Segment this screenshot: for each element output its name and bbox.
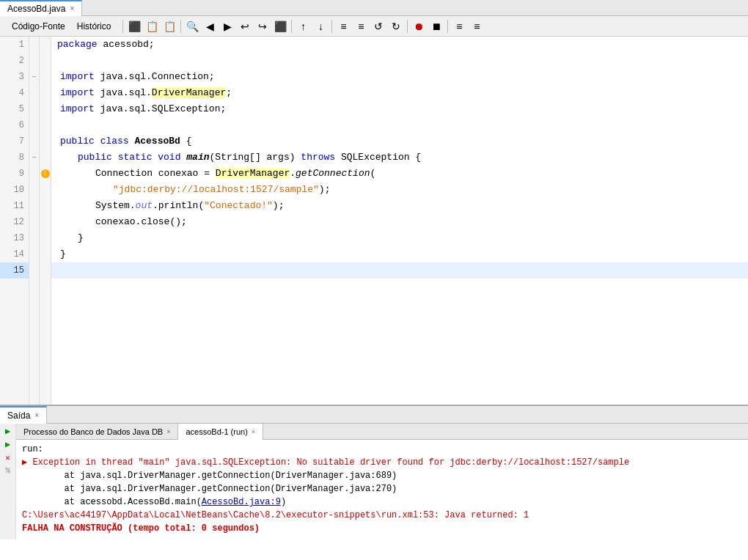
drivermanager-highlight: DriverManager [216, 168, 290, 179]
inner-tab-run-close[interactable]: × [252, 428, 255, 435]
gutter-9[interactable]: ! [40, 166, 51, 182]
output-exception-line: ▶ Exception in thread "main" java.sql.SQ… [22, 456, 742, 469]
line-num-13: 13 [0, 230, 29, 246]
toolbar-separator-6 [447, 20, 448, 33]
toolbar-btn-4[interactable]: 🔍 [184, 18, 200, 34]
output-left-gutter: ▶ ▶ ✕ % [0, 424, 16, 539]
toolbar-btn-15[interactable]: ↻ [388, 18, 404, 34]
run-play-icon-2[interactable]: ▶ [2, 438, 14, 450]
line-num-3: 3 [0, 69, 29, 85]
gutter-12 [40, 214, 51, 230]
warning-icon: ! [41, 169, 50, 178]
exception-text: Exception in thread "main" java.sql.SQLE… [32, 457, 629, 468]
toolbar-btn-3[interactable]: 📋 [161, 18, 177, 34]
run-play-icon[interactable]: ▶ [2, 425, 14, 437]
menu-codigo-fonte[interactable]: Código-Fonte [9, 20, 68, 33]
toolbar-separator-2 [180, 20, 181, 33]
toolbar-btn-16[interactable]: ≡ [451, 18, 467, 34]
fold-3[interactable]: − [29, 69, 39, 85]
toolbar-btn-11[interactable]: ↓ [312, 18, 329, 34]
toolbar-btn-1[interactable]: ⬛ [126, 18, 142, 34]
throws-keyword: throws [301, 152, 335, 163]
toolbar-btn-12[interactable]: ≡ [335, 18, 351, 34]
inner-tab-java-db-close[interactable]: × [166, 428, 170, 435]
code-line-8: public static void main(String[] args) t… [51, 150, 748, 166]
toolbar-btn-5[interactable]: ◀ [202, 18, 218, 34]
toolbar-menu: Código-Fonte Histórico [3, 16, 120, 36]
line-num-2: 2 [0, 53, 29, 69]
line-num-12: 12 [0, 214, 29, 230]
output-panel: Saída × ▶ ▶ ✕ % Processo do Banco de Dad… [0, 405, 748, 539]
output-text-area: Processo do Banco de Dados Java DB × ace… [16, 424, 748, 539]
fold-9 [29, 166, 39, 182]
gutter-3 [40, 69, 51, 85]
toolbar-btn-7[interactable]: ↩ [237, 18, 253, 34]
gutter-7 [40, 133, 51, 150]
inner-tab-run[interactable]: acessoBd-1 (run) × [178, 424, 263, 440]
code-line-2 [51, 53, 748, 69]
toolbar-separator-4 [331, 20, 332, 33]
exception-expand-icon[interactable]: ▶ [22, 457, 32, 468]
fold-11 [29, 198, 39, 214]
output-tab-saida-close[interactable]: × [34, 411, 39, 419]
output-tab-saida[interactable]: Saída × [0, 406, 47, 424]
code-line-3: import java.sql.Connection; [51, 69, 748, 85]
code-line-6 [51, 117, 748, 133]
output-run-label: run: [22, 443, 742, 456]
line-num-14: 14 [0, 246, 29, 262]
stacktrace-link[interactable]: AcessoBd.java:9 [202, 497, 281, 507]
code-area[interactable]: package acessobd; import java.sql.Connec… [51, 37, 748, 405]
toolbar-btn-9[interactable]: ⬛ [272, 18, 288, 34]
code-line-5: import java.sql.SQLException; [51, 101, 748, 117]
code-line-13: } [51, 230, 748, 246]
line-num-4: 4 [0, 85, 29, 101]
line-num-7: 7 [0, 133, 29, 150]
editor-container: 1 2 3 4 5 6 7 8 9 10 11 12 13 14 15 − − [0, 37, 748, 405]
gutter-2 [40, 53, 51, 69]
output-stacktrace-3: at acessobd.AcessoBd.main(AcessoBd.java:… [22, 495, 742, 509]
fold-2 [29, 53, 39, 69]
editor-tab[interactable]: AcessoBd.java × [0, 0, 82, 16]
fold-7 [29, 133, 39, 150]
line-num-15: 15 [0, 262, 29, 279]
fold-12 [29, 214, 39, 230]
line-num-9: 9 [0, 166, 29, 182]
output-stacktrace-2: at java.sql.DriverManager.getConnection(… [22, 482, 742, 495]
gutter-11 [40, 198, 51, 214]
fold-5 [29, 101, 39, 117]
output-path-line: C:\Users\ac44197\AppData\Local\NetBeans\… [22, 509, 742, 522]
tab-close-button[interactable]: × [70, 4, 74, 12]
toolbar-separator-5 [407, 20, 408, 33]
toolbar-btn-6[interactable]: ▶ [219, 18, 235, 34]
output-stacktrace-1: at java.sql.DriverManager.getConnection(… [22, 469, 742, 482]
menu-historico[interactable]: Histórico [74, 20, 114, 33]
kw-package: package [57, 39, 98, 50]
toolbar-btn-record[interactable]: ⏺ [411, 18, 427, 34]
toolbar-separator-3 [291, 20, 292, 33]
inner-tab-java-db-label: Processo do Banco de Dados Java DB [23, 427, 163, 436]
gutter-4 [40, 85, 51, 101]
run-error-icon: ✕ [2, 452, 14, 463]
code-line-11: System.out.println("Conectado!"); [51, 198, 748, 214]
inner-tab-java-db[interactable]: Processo do Banco de Dados Java DB × [16, 424, 178, 440]
gutter-14 [40, 246, 51, 262]
fold-10 [29, 182, 39, 198]
toolbar-btn-10[interactable]: ↑ [295, 18, 311, 34]
fold-4 [29, 85, 39, 101]
toolbar-btn-2[interactable]: 📋 [144, 18, 160, 34]
gutter-10 [40, 182, 51, 198]
toolbar-separator-1 [122, 20, 123, 33]
toolbar-btn-17[interactable]: ≡ [469, 18, 485, 34]
code-line-1: package acessobd; [51, 37, 748, 53]
line-numbers: 1 2 3 4 5 6 7 8 9 10 11 12 13 14 15 [0, 37, 29, 405]
toolbar-btn-14[interactable]: ↺ [370, 18, 386, 34]
toolbar-btn-8[interactable]: ↪ [254, 18, 271, 34]
gutter-8 [40, 150, 51, 166]
import-drivermanager-highlight: DriverManager [152, 87, 226, 98]
toolbar-btn-stop[interactable]: ⏹ [428, 18, 444, 34]
toolbar-btn-13[interactable]: ≡ [353, 18, 369, 34]
line-num-6: 6 [0, 117, 29, 133]
fold-14 [29, 246, 39, 262]
fold-8[interactable]: − [29, 150, 39, 166]
code-line-7: public class AcessoBd { [51, 133, 748, 150]
